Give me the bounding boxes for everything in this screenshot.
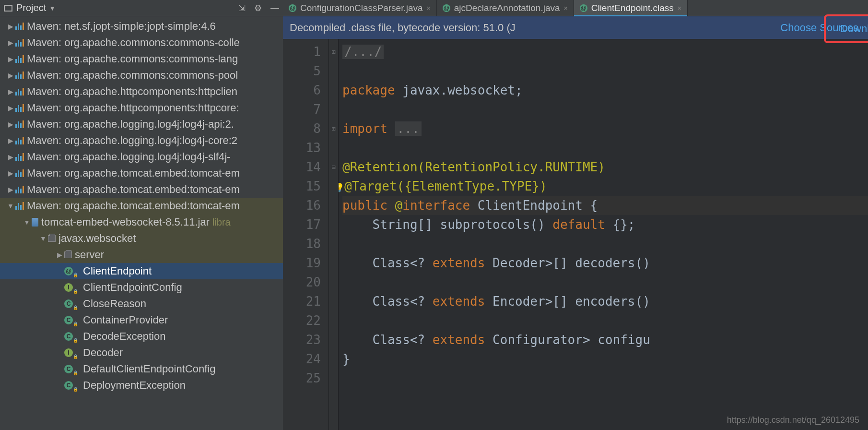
project-sidebar: Project ▼ ⇲ ⚙ — ▶Maven: net.sf.jopt-simp… <box>0 0 283 430</box>
library-icon <box>15 120 24 128</box>
node-label: javax.websocket <box>59 232 136 245</box>
sidebar-title[interactable]: Project <box>16 2 46 13</box>
library-icon <box>15 104 24 112</box>
line-number-gutter: 1567813141516171819202122232425 <box>283 39 329 430</box>
class-icon: C🔒 <box>64 299 80 308</box>
tree-node[interactable]: ▶C🔒CloseReason <box>0 296 283 312</box>
class-icon: C🔒 <box>64 381 80 390</box>
chevron-right-icon[interactable]: ▶ <box>6 104 15 112</box>
class-icon: C🔒 <box>64 365 80 373</box>
tree-node[interactable]: ▶Maven: org.apache.tomcat.embed:tomcat-e… <box>0 181 283 198</box>
project-icon <box>4 5 12 12</box>
tree-node[interactable]: ▶I🔒ClientEndpointConfig <box>0 279 283 296</box>
tree-node[interactable]: ▶C🔒DecodeException <box>0 328 283 345</box>
tree-node[interactable]: ▶Maven: org.apache.logging.log4j:log4j-s… <box>0 149 283 165</box>
tree-node[interactable]: ▶server <box>0 247 283 263</box>
close-icon[interactable]: × <box>564 4 568 12</box>
node-label: ContainerProvider <box>83 314 168 326</box>
fold-column[interactable]: ⊞ ⊞ ⊟ <box>329 39 339 430</box>
banner-message: Decompiled .class file, bytecode version… <box>290 22 516 34</box>
node-label: Maven: org.apache.commons:commons-pool <box>27 69 238 82</box>
class-icon: C🔒 <box>64 332 80 341</box>
node-label: Maven: org.apache.tomcat.embed:tomcat-em <box>27 167 240 179</box>
close-icon[interactable]: × <box>678 4 681 12</box>
file-type-icon: @ <box>580 4 587 12</box>
project-tree[interactable]: ▶Maven: net.sf.jopt-simple:jopt-simple:4… <box>0 16 283 430</box>
tree-node[interactable]: ▶Maven: org.apache.commons:commons-pool <box>0 67 283 84</box>
chevron-down-icon[interactable]: ▼ <box>38 235 48 242</box>
download-sources-link[interactable]: Download Sources <box>833 23 868 35</box>
library-icon <box>15 202 24 210</box>
line-number: 1 <box>283 42 321 61</box>
tree-node[interactable]: ▶C🔒ContainerProvider <box>0 312 283 328</box>
tree-node[interactable]: ▶Maven: org.apache.httpcomponents:httpco… <box>0 100 283 116</box>
node-label: Maven: org.apache.commons:commons-colle <box>27 36 240 49</box>
chevron-right-icon[interactable]: ▶ <box>6 88 15 96</box>
library-icon <box>15 55 24 63</box>
tree-node[interactable]: ▶Maven: org.apache.httpcomponents:httpcl… <box>0 84 283 100</box>
node-label: Maven: org.apache.logging.log4j:log4j-ap… <box>27 118 234 131</box>
interface-icon: I🔒 <box>64 348 80 357</box>
chevron-down-icon[interactable]: ▼ <box>6 202 15 210</box>
line-number: 13 <box>283 138 321 157</box>
line-number: 21 <box>283 292 321 311</box>
dropdown-arrow-icon[interactable]: ▼ <box>49 4 56 12</box>
editor-tab[interactable]: @ConfigurationClassParser.java× <box>283 0 437 16</box>
line-number: 20 <box>283 273 321 292</box>
gear-icon[interactable]: ⚙ <box>254 3 262 13</box>
editor-tab[interactable]: @ClientEndpoint.class× <box>574 0 688 16</box>
node-label: DecodeException <box>83 330 165 343</box>
node-label: ClientEndpoint <box>83 265 152 277</box>
code-content[interactable]: /.../ package javax.websocket; import ..… <box>339 39 868 430</box>
chevron-right-icon[interactable]: ▶ <box>6 23 15 30</box>
tree-node[interactable]: ▶C🔒DefaultClientEndpointConfig <box>0 361 283 377</box>
chevron-right-icon[interactable]: ▶ <box>6 153 15 161</box>
folded-region[interactable]: /.../ <box>342 45 384 59</box>
package-icon <box>64 251 72 258</box>
tree-node[interactable]: ▶Maven: org.apache.tomcat.embed:tomcat-e… <box>0 165 283 181</box>
chevron-down-icon[interactable]: ▼ <box>22 218 32 226</box>
decompiled-banner: Decompiled .class file, bytecode version… <box>283 16 868 39</box>
node-label: Maven: net.sf.jopt-simple:jopt-simple:4.… <box>27 20 216 33</box>
tree-node[interactable]: ▶I🔒Decoder <box>0 345 283 361</box>
chevron-right-icon[interactable]: ▶ <box>55 251 64 259</box>
line-number: 18 <box>283 234 321 253</box>
chevron-right-icon[interactable]: ▶ <box>6 169 15 177</box>
node-label: Maven: org.apache.httpcomponents:httpcli… <box>27 85 237 98</box>
library-icon <box>15 72 24 79</box>
tree-node[interactable]: ▶Maven: org.apache.commons:commons-colle <box>0 35 283 51</box>
line-number: 8 <box>283 119 321 138</box>
tree-node[interactable]: ▼tomcat-embed-websocket-8.5.11.jarlibra <box>0 214 283 230</box>
folded-imports[interactable]: ... <box>395 121 422 136</box>
jar-icon <box>32 218 38 227</box>
close-icon[interactable]: × <box>427 4 431 12</box>
chevron-right-icon[interactable]: ▶ <box>6 72 15 79</box>
chevron-right-icon[interactable]: ▶ <box>6 55 15 63</box>
library-icon <box>15 153 24 161</box>
tree-node[interactable]: ▶@🔒ClientEndpoint <box>0 263 283 279</box>
tree-node[interactable]: ▼javax.websocket <box>0 230 283 247</box>
tree-node[interactable]: ▶Maven: org.apache.logging.log4j:log4j-a… <box>0 116 283 132</box>
editor-tab[interactable]: @ajcDeclareAnnotation.java× <box>437 0 574 16</box>
library-icon <box>15 88 24 96</box>
library-icon <box>15 23 24 30</box>
chevron-right-icon[interactable]: ▶ <box>6 120 15 128</box>
library-icon <box>15 169 24 177</box>
intention-bulb-icon[interactable]: 💡 <box>339 182 344 192</box>
chevron-right-icon[interactable]: ▶ <box>6 186 15 193</box>
chevron-right-icon[interactable]: ▶ <box>6 137 15 144</box>
tree-node[interactable]: ▶Maven: org.apache.logging.log4j:log4j-c… <box>0 132 283 149</box>
tree-node[interactable]: ▶Maven: org.apache.commons:commons-lang <box>0 51 283 67</box>
tab-label: ajcDeclareAnnotation.java <box>454 3 560 13</box>
file-type-icon: @ <box>289 4 296 12</box>
chevron-right-icon[interactable]: ▶ <box>6 39 15 47</box>
tree-node[interactable]: ▶Maven: net.sf.jopt-simple:jopt-simple:4… <box>0 18 283 35</box>
tree-node[interactable]: ▶C🔒DeploymentException <box>0 377 283 394</box>
editor-tabs: @ConfigurationClassParser.java×@ajcDecla… <box>283 0 868 16</box>
node-label: Maven: org.apache.httpcomponents:httpcor… <box>27 102 239 114</box>
line-number: 15 <box>283 177 321 196</box>
node-label: Maven: org.apache.logging.log4j:log4j-co… <box>27 134 237 147</box>
hide-icon[interactable]: — <box>270 3 279 13</box>
collapse-icon[interactable]: ⇲ <box>238 3 246 13</box>
tree-node[interactable]: ▼Maven: org.apache.tomcat.embed:tomcat-e… <box>0 198 283 214</box>
